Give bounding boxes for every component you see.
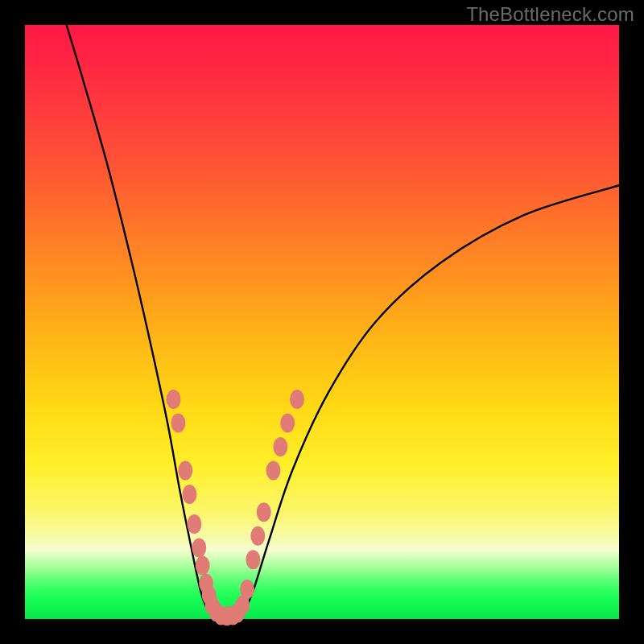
marker-oval <box>246 550 260 569</box>
chart-frame: TheBottleneck.com <box>0 0 644 644</box>
marker-oval <box>273 437 287 456</box>
watermark-text: TheBottleneck.com <box>466 3 634 26</box>
marker-oval <box>280 413 295 432</box>
chart-svg <box>25 25 619 619</box>
marker-group <box>167 390 305 625</box>
marker-oval <box>192 538 206 557</box>
marker-oval <box>240 580 254 599</box>
marker-oval <box>167 390 181 409</box>
marker-oval <box>266 461 280 481</box>
marker-oval <box>257 502 271 522</box>
marker-oval <box>250 526 265 546</box>
marker-oval <box>182 485 196 504</box>
marker-oval <box>196 556 210 576</box>
marker-oval <box>178 461 192 481</box>
marker-oval <box>171 413 185 432</box>
marker-oval <box>187 514 201 534</box>
marker-oval <box>290 390 304 409</box>
